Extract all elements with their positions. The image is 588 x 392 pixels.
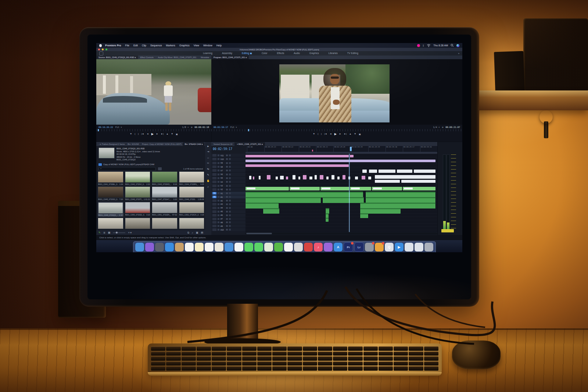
audio-clip[interactable] <box>326 208 329 214</box>
project-item[interactable] <box>152 218 178 229</box>
menubar-item-view[interactable]: View <box>194 44 199 47</box>
video-clip[interactable] <box>315 175 317 179</box>
source-patch-v5[interactable] <box>212 177 216 179</box>
marker-button[interactable]: ▼ <box>130 133 132 135</box>
new-item-icon[interactable]: ▤ <box>201 231 204 234</box>
track-lock-icon[interactable] <box>218 192 219 194</box>
dock-app-music[interactable]: ♪ <box>314 243 323 252</box>
timeline-tab[interactable]: Nested Sequence 10 <box>211 142 234 146</box>
source-patch-v9[interactable] <box>212 162 216 164</box>
source-patch-v4[interactable] <box>212 181 216 183</box>
track-output-toggle-icon[interactable] <box>226 162 228 164</box>
workspace-tab-learning[interactable]: Learning <box>203 52 212 55</box>
track-sync-toggle-icon[interactable] <box>229 177 231 179</box>
go-out-button[interactable]: ►| <box>161 133 164 135</box>
dock-app-folder[interactable] <box>375 243 384 252</box>
project-item-thumbnail[interactable] <box>98 171 123 183</box>
source-patch-v7[interactable] <box>212 169 216 172</box>
app-menu-title[interactable]: Premiere Pro <box>105 44 121 47</box>
audio-clip[interactable] <box>245 197 321 203</box>
export-button[interactable]: ▣ <box>176 133 178 135</box>
audio-track-header-a4[interactable]: A4 <box>211 206 245 210</box>
project-item[interactable]: B001_C048_07200..1:26:06 <box>179 186 205 200</box>
track-record-toggle-icon[interactable] <box>229 211 231 213</box>
menubar-item-help[interactable]: Help <box>216 44 222 47</box>
dock-app-safari[interactable] <box>165 243 174 252</box>
track-lock-icon[interactable] <box>218 162 219 164</box>
source-patch-v6[interactable] <box>212 173 216 176</box>
clip-label-chip[interactable] <box>322 188 330 189</box>
source-patch-v11[interactable] <box>212 154 216 157</box>
video-track-header-v9[interactable]: V9 <box>211 161 245 165</box>
bin-tab[interactable]: …ic Trailers Designed 2 Items <box>96 142 126 146</box>
video-track-header-v8[interactable]: V8 <box>211 165 245 169</box>
slip-tool[interactable]: ⇆ <box>207 168 209 171</box>
lift-button[interactable]: ▲ <box>166 133 168 135</box>
track-record-toggle-icon[interactable] <box>229 200 231 202</box>
source-patch-a4[interactable] <box>212 207 216 209</box>
dock-app-premiere-pro[interactable]: Pr <box>344 242 353 252</box>
clip-preview-thumbnail[interactable] <box>98 147 115 158</box>
input-menu-icon[interactable] <box>417 44 420 47</box>
video-clip[interactable] <box>276 177 278 179</box>
dock-app-pages[interactable] <box>215 243 223 252</box>
thumbnail-size-slider[interactable] <box>113 232 125 233</box>
menubar-item-graphics[interactable]: Graphics <box>179 44 190 47</box>
track-output-toggle-icon[interactable] <box>226 177 228 179</box>
project-item-thumbnail[interactable] <box>179 171 205 183</box>
video-clip[interactable] <box>309 177 312 179</box>
workspace-tab-color[interactable]: Color <box>262 52 268 55</box>
source-scrubber[interactable] <box>96 129 211 131</box>
source-patch-v1[interactable]: V1 <box>212 192 216 195</box>
project-item-thumbnail[interactable] <box>125 186 151 198</box>
menubar-item-clip[interactable]: Clip <box>142 44 146 47</box>
source-monitor-video[interactable] <box>96 59 211 125</box>
out-button[interactable]: } <box>321 133 322 135</box>
audio-clip[interactable] <box>245 203 279 209</box>
video-clip[interactable] <box>331 175 334 179</box>
dock-app-quicktime[interactable]: Q <box>385 243 394 252</box>
menubar-item-sequence[interactable]: Sequence <box>150 44 162 47</box>
timeline-playhead[interactable] <box>349 154 349 232</box>
project-item[interactable]: B001_C049_0720Q3_..2:18 <box>98 202 123 217</box>
pen-tool[interactable]: ✎ <box>207 174 209 177</box>
source-panel-tab[interactable]: Metadata <box>198 56 211 59</box>
track-record-toggle-icon[interactable] <box>229 207 231 209</box>
audio-clip[interactable] <box>323 197 364 203</box>
timeline-horizontal-scrollbar[interactable] <box>245 232 437 235</box>
video-clip[interactable] <box>293 175 295 179</box>
track-mute-icon[interactable] <box>218 221 219 223</box>
in-button[interactable]: { <box>135 133 135 135</box>
dock-app-maps[interactable] <box>264 243 273 252</box>
project-item-thumbnail[interactable] <box>152 171 178 183</box>
audio-track-header-a6[interactable]: A6 <box>211 214 245 217</box>
track-record-toggle-icon[interactable] <box>229 203 231 205</box>
program-timecode[interactable]: 00:02:59:17 <box>214 126 228 128</box>
source-patch-v2[interactable] <box>212 188 216 191</box>
extract-button[interactable]: ▼ <box>171 133 173 135</box>
track-record-toggle-icon[interactable] <box>229 229 231 231</box>
track-output-toggle-icon[interactable] <box>226 158 228 160</box>
dock-app-lightroom[interactable]: Lr <box>354 242 364 252</box>
video-clip[interactable] <box>355 177 358 179</box>
program-scrubber[interactable] <box>211 129 462 131</box>
step-back-button[interactable]: ◄ <box>330 133 332 135</box>
clip-label-chip[interactable] <box>351 188 360 189</box>
dock-app-player[interactable]: ▶ <box>395 243 404 252</box>
project-item-thumbnail[interactable] <box>179 186 205 198</box>
video-clip[interactable] <box>369 170 377 173</box>
source-patch-a7[interactable] <box>212 218 216 220</box>
project-item-thumbnail[interactable] <box>125 218 151 229</box>
video-track-header-v6[interactable]: V6 <box>211 172 245 176</box>
play-button[interactable]: ▶ <box>334 132 337 136</box>
audio-track-header-a3[interactable]: A3 <box>211 203 245 206</box>
project-item-thumbnail[interactable] <box>152 202 178 213</box>
track-sync-toggle-icon[interactable] <box>229 162 231 164</box>
source-patch-a1[interactable]: A1 <box>212 196 216 198</box>
audio-clip[interactable] <box>263 208 279 214</box>
dock-app-messages[interactable] <box>244 243 253 252</box>
menubar-item-edit[interactable]: Edit <box>133 44 138 47</box>
icon-view-icon[interactable]: ▦ <box>108 231 111 234</box>
project-item[interactable]: B001_C046_0720TI_..1:01:21 <box>125 186 151 200</box>
step-back-button[interactable]: ◄ <box>147 133 149 135</box>
